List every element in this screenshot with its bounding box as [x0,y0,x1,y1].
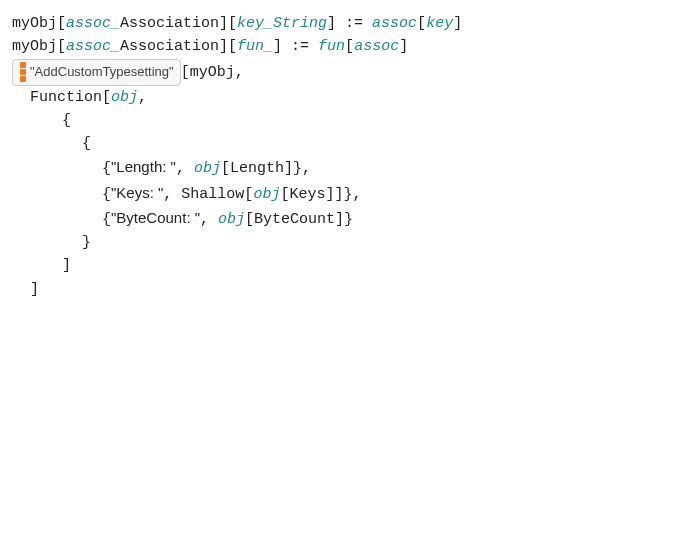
t19: [myObj, [181,64,244,81]
t33a: { [102,211,111,228]
code-line-2: myObj[assoc_Association][fun_] := fun[as… [12,35,674,58]
t9: ] [453,15,462,32]
code-line-6: { [12,132,674,155]
code-line-4: Function[obj, [12,86,674,109]
t30: , Shallow[ [163,186,253,203]
t37: } [82,234,91,251]
t2: assoc_ [66,15,120,32]
resource-label: "AddCustomTypesetting" [30,62,174,82]
code-line-8: {"Keys: ", Shallow[obj[Keys]]}, [12,181,674,206]
resource-function-box[interactable]: "AddCustomTypesetting" [12,59,181,86]
t35: obj [218,211,245,228]
t24: { [82,135,91,152]
t33: "ByteCount: " [111,209,200,226]
t4: key_String [237,15,327,32]
t10: myObj[ [12,38,66,55]
t15: fun [318,38,345,55]
t14: ] := [273,38,318,55]
t38: ] [62,257,71,274]
t8: key [426,15,453,32]
t28: [Length]}, [221,160,311,177]
resource-icon [19,62,26,83]
t3: Association][ [120,15,237,32]
code-line-12: ] [12,278,674,301]
t16: [ [345,38,354,55]
code-line-5: { [12,109,674,132]
t21: obj [111,89,138,106]
t6: assoc [372,15,417,32]
code-line-1: myObj[assoc_Association][key_String] := … [12,12,674,35]
t39: ] [30,281,39,298]
t29a: { [102,186,111,203]
t23: { [62,112,71,129]
t34: , [200,211,218,228]
t29: "Keys: " [111,184,163,201]
t5: ] := [327,15,372,32]
code-line-3: "AddCustomTypesetting" [myObj, [12,59,674,86]
t11: assoc_ [66,38,120,55]
code-line-9: {"ByteCount: ", obj[ByteCount]} [12,206,674,231]
t25: "Length: " [111,158,176,175]
code-line-11: ] [12,254,674,277]
t26: , [176,160,194,177]
code-line-7: {"Length: ", obj[Length]}, [12,155,674,180]
t36: [ByteCount]} [245,211,353,228]
t20: Function[ [30,89,111,106]
t12: Association][ [120,38,237,55]
t1: myObj[ [12,15,66,32]
t13: fun_ [237,38,273,55]
t22: , [138,89,147,106]
t17: assoc [354,38,399,55]
code-line-10: } [12,231,674,254]
t25a: { [102,160,111,177]
t32: [Keys]]}, [280,186,361,203]
t31: obj [253,186,280,203]
t18: ] [399,38,408,55]
t27: obj [194,160,221,177]
t7: [ [417,15,426,32]
